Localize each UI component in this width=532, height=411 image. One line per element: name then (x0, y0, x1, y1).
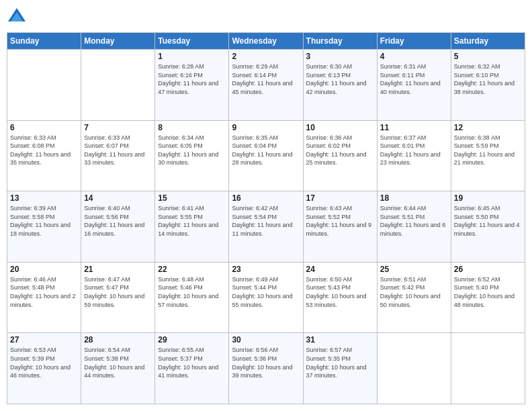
day-number: 28 (84, 335, 152, 345)
day-number: 8 (158, 123, 226, 132)
day-number: 24 (306, 265, 374, 274)
week-row-4: 27Sunrise: 6:53 AM Sunset: 5:39 PM Dayli… (7, 333, 525, 404)
day-cell: 29Sunrise: 6:55 AM Sunset: 5:37 PM Dayli… (155, 333, 229, 404)
day-cell: 19Sunrise: 6:45 AM Sunset: 5:50 PM Dayli… (451, 191, 525, 263)
day-cell: 9Sunrise: 6:35 AM Sunset: 6:04 PM Daylig… (229, 120, 303, 191)
day-number: 3 (306, 52, 374, 61)
day-header-sunday: Sunday (7, 33, 81, 50)
calendar-header-row: SundayMondayTuesdayWednesdayThursdayFrid… (7, 33, 525, 50)
week-row-3: 20Sunrise: 6:46 AM Sunset: 5:48 PM Dayli… (7, 262, 525, 333)
day-info: Sunrise: 6:55 AM Sunset: 5:37 PM Dayligh… (158, 346, 226, 379)
day-info: Sunrise: 6:46 AM Sunset: 5:48 PM Dayligh… (10, 275, 78, 309)
day-number: 11 (380, 123, 448, 132)
day-info: Sunrise: 6:30 AM Sunset: 6:13 PM Dayligh… (306, 62, 374, 96)
day-cell: 22Sunrise: 6:48 AM Sunset: 5:46 PM Dayli… (155, 262, 229, 333)
day-cell: 17Sunrise: 6:43 AM Sunset: 5:52 PM Dayli… (303, 191, 377, 263)
day-cell: 31Sunrise: 6:57 AM Sunset: 5:35 PM Dayli… (303, 333, 377, 404)
day-cell (81, 50, 155, 121)
day-info: Sunrise: 6:29 AM Sunset: 6:14 PM Dayligh… (232, 62, 300, 96)
day-info: Sunrise: 6:42 AM Sunset: 5:54 PM Dayligh… (232, 204, 300, 238)
day-cell: 13Sunrise: 6:39 AM Sunset: 5:58 PM Dayli… (7, 191, 81, 263)
day-cell: 16Sunrise: 6:42 AM Sunset: 5:54 PM Dayli… (229, 191, 303, 263)
day-cell: 20Sunrise: 6:46 AM Sunset: 5:48 PM Dayli… (7, 262, 81, 333)
day-number: 4 (380, 52, 448, 61)
day-number: 16 (232, 193, 300, 203)
day-info: Sunrise: 6:39 AM Sunset: 5:58 PM Dayligh… (10, 204, 78, 238)
day-number: 25 (380, 265, 448, 274)
day-cell (7, 50, 81, 121)
day-cell (451, 333, 525, 404)
day-number: 19 (454, 193, 522, 203)
day-info: Sunrise: 6:37 AM Sunset: 6:01 PM Dayligh… (380, 134, 448, 167)
day-info: Sunrise: 6:31 AM Sunset: 6:11 PM Dayligh… (380, 62, 448, 96)
day-header-tuesday: Tuesday (155, 33, 229, 50)
day-cell: 18Sunrise: 6:44 AM Sunset: 5:51 PM Dayli… (377, 191, 451, 263)
day-cell: 10Sunrise: 6:36 AM Sunset: 6:02 PM Dayli… (303, 120, 377, 191)
day-cell: 15Sunrise: 6:41 AM Sunset: 5:55 PM Dayli… (155, 191, 229, 263)
day-info: Sunrise: 6:45 AM Sunset: 5:50 PM Dayligh… (454, 204, 522, 238)
day-number: 22 (158, 265, 226, 274)
day-number: 29 (158, 335, 226, 345)
day-info: Sunrise: 6:51 AM Sunset: 5:42 PM Dayligh… (380, 275, 448, 309)
day-cell: 6Sunrise: 6:33 AM Sunset: 6:08 PM Daylig… (7, 120, 81, 191)
page: SundayMondayTuesdayWednesdayThursdayFrid… (0, 0, 532, 411)
day-number: 7 (84, 123, 152, 132)
day-cell: 27Sunrise: 6:53 AM Sunset: 5:39 PM Dayli… (7, 333, 81, 404)
day-number: 1 (158, 52, 226, 61)
day-number: 5 (454, 52, 522, 61)
calendar-table: SundayMondayTuesdayWednesdayThursdayFrid… (7, 32, 525, 404)
day-cell: 14Sunrise: 6:40 AM Sunset: 5:56 PM Dayli… (81, 191, 155, 263)
day-number: 30 (232, 335, 300, 345)
day-cell: 12Sunrise: 6:38 AM Sunset: 5:59 PM Dayli… (451, 120, 525, 191)
day-header-saturday: Saturday (451, 33, 525, 50)
logo-icon (7, 7, 27, 27)
day-header-monday: Monday (81, 33, 155, 50)
day-header-thursday: Thursday (303, 33, 377, 50)
day-number: 9 (232, 123, 300, 132)
day-cell: 7Sunrise: 6:33 AM Sunset: 6:07 PM Daylig… (81, 120, 155, 191)
day-cell: 5Sunrise: 6:32 AM Sunset: 6:10 PM Daylig… (451, 50, 525, 121)
day-cell: 25Sunrise: 6:51 AM Sunset: 5:42 PM Dayli… (377, 262, 451, 333)
day-number: 14 (84, 193, 152, 203)
day-cell: 30Sunrise: 6:56 AM Sunset: 5:36 PM Dayli… (229, 333, 303, 404)
day-cell: 28Sunrise: 6:54 AM Sunset: 5:38 PM Dayli… (81, 333, 155, 404)
day-info: Sunrise: 6:48 AM Sunset: 5:46 PM Dayligh… (158, 275, 226, 309)
week-row-2: 13Sunrise: 6:39 AM Sunset: 5:58 PM Dayli… (7, 191, 525, 263)
day-info: Sunrise: 6:40 AM Sunset: 5:56 PM Dayligh… (84, 204, 152, 238)
day-info: Sunrise: 6:34 AM Sunset: 6:05 PM Dayligh… (158, 134, 226, 167)
day-info: Sunrise: 6:36 AM Sunset: 6:02 PM Dayligh… (306, 134, 374, 167)
day-cell: 24Sunrise: 6:50 AM Sunset: 5:43 PM Dayli… (303, 262, 377, 333)
day-info: Sunrise: 6:35 AM Sunset: 6:04 PM Dayligh… (232, 134, 300, 167)
day-cell: 3Sunrise: 6:30 AM Sunset: 6:13 PM Daylig… (303, 50, 377, 121)
day-cell: 23Sunrise: 6:49 AM Sunset: 5:44 PM Dayli… (229, 262, 303, 333)
day-number: 15 (158, 193, 226, 203)
day-info: Sunrise: 6:33 AM Sunset: 6:08 PM Dayligh… (10, 134, 78, 167)
day-info: Sunrise: 6:50 AM Sunset: 5:43 PM Dayligh… (306, 275, 374, 309)
day-number: 18 (380, 193, 448, 203)
day-info: Sunrise: 6:44 AM Sunset: 5:51 PM Dayligh… (380, 204, 448, 238)
day-number: 27 (10, 335, 78, 345)
day-info: Sunrise: 6:32 AM Sunset: 6:10 PM Dayligh… (454, 62, 522, 96)
day-info: Sunrise: 6:54 AM Sunset: 5:38 PM Dayligh… (84, 346, 152, 379)
day-number: 21 (84, 265, 152, 274)
day-number: 12 (454, 123, 522, 132)
day-number: 13 (10, 193, 78, 203)
day-header-wednesday: Wednesday (229, 33, 303, 50)
day-number: 10 (306, 123, 374, 132)
day-cell: 8Sunrise: 6:34 AM Sunset: 6:05 PM Daylig… (155, 120, 229, 191)
header (7, 7, 525, 27)
day-info: Sunrise: 6:38 AM Sunset: 5:59 PM Dayligh… (454, 134, 522, 167)
day-info: Sunrise: 6:41 AM Sunset: 5:55 PM Dayligh… (158, 204, 226, 238)
day-cell: 1Sunrise: 6:28 AM Sunset: 6:16 PM Daylig… (155, 50, 229, 121)
day-number: 23 (232, 265, 300, 274)
day-info: Sunrise: 6:57 AM Sunset: 5:35 PM Dayligh… (306, 346, 374, 379)
logo (7, 7, 28, 27)
day-number: 20 (10, 265, 78, 274)
day-info: Sunrise: 6:33 AM Sunset: 6:07 PM Dayligh… (84, 134, 152, 167)
day-info: Sunrise: 6:52 AM Sunset: 5:40 PM Dayligh… (454, 275, 522, 309)
day-info: Sunrise: 6:56 AM Sunset: 5:36 PM Dayligh… (232, 346, 300, 379)
week-row-1: 6Sunrise: 6:33 AM Sunset: 6:08 PM Daylig… (7, 120, 525, 191)
day-cell: 21Sunrise: 6:47 AM Sunset: 5:47 PM Dayli… (81, 262, 155, 333)
day-info: Sunrise: 6:53 AM Sunset: 5:39 PM Dayligh… (10, 346, 78, 379)
day-number: 2 (232, 52, 300, 61)
